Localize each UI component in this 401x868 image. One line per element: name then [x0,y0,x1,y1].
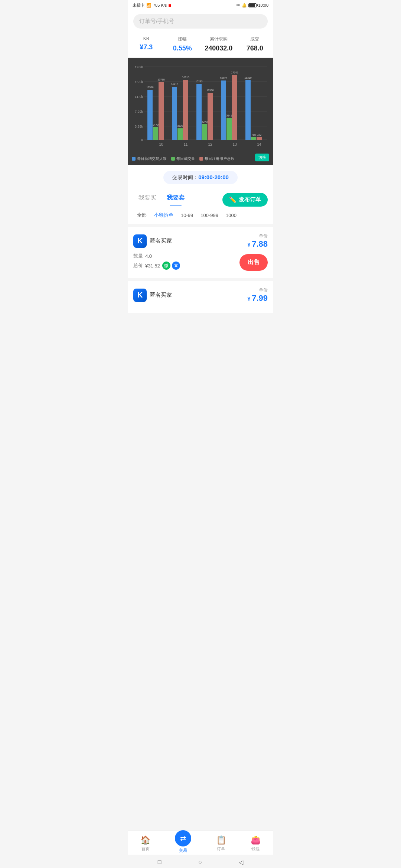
stat-kb-label: KB [128,36,164,41]
chart-legend: 每日新增交易人数 每日成交量 每日注册用户总数 [132,156,234,161]
order-user-2: K 匿名买家 [133,289,172,302]
svg-text:0: 0 [141,138,143,142]
legend-green-label: 每日成交量 [176,156,195,161]
tab-section: 我要买 我要卖 ✏️ 发布订单 [128,188,273,207]
status-bar: 未插卡 📶 785 K/s ■ 👁 🔔 10:00 [128,0,273,10]
filter-1000[interactable]: 1000 [222,211,240,220]
svg-rect-24 [196,84,202,140]
trading-time-box: 交易时间：09:00-20:00 [163,171,238,184]
publish-order-button[interactable]: ✏️ 发布订单 [222,193,268,207]
price-label-1: 单价 [247,233,268,239]
order-user-1: K 匿名买家 [133,234,172,248]
filter-small[interactable]: 小额拆单 [150,210,177,220]
search-input[interactable]: 订单号/手机号 [133,14,268,29]
svg-text:15.9k: 15.9k [135,80,143,84]
battery-icon [248,3,257,7]
stat-rise-label: 涨幅 [164,36,201,42]
price-value-2: ¥ 7.99 [247,293,268,303]
stat-demand: 累计求购 240032.0 [200,36,237,52]
svg-text:5941: 5941 [226,114,232,117]
user-name-2: 匿名买家 [150,292,172,299]
svg-text:13598: 13598 [146,86,154,89]
svg-text:4278: 4278 [202,121,208,123]
total-row-1: 总价 ¥31.52 微 支 [133,262,239,270]
filter-100-999[interactable]: 100-999 [197,211,222,220]
svg-rect-34 [232,75,237,140]
total-value-1: ¥31.52 [145,263,160,269]
svg-text:15798: 15798 [157,78,165,81]
user-name-1: 匿名买家 [150,237,172,244]
currency-1: ¥ [247,242,252,248]
time-text: 10:00 [258,3,268,7]
svg-rect-36 [245,80,251,140]
svg-text:13: 13 [232,142,237,147]
wechat-icon-1: 微 [162,262,170,270]
legend-green: 每日成交量 [171,156,195,161]
svg-rect-16 [159,82,164,140]
price-label-2: 单价 [247,287,268,293]
filter-10-99[interactable]: 10-99 [177,211,197,220]
quantity-value-1: 4.0 [145,253,152,259]
order-card-1: K 匿名买家 单价 ¥ 7.88 数量 4.0 总价 ¥31.52 微 支 出售 [128,227,273,278]
svg-text:16319: 16319 [244,76,252,79]
order-details-1: 数量 4.0 总价 ¥31.52 微 支 出售 [133,253,268,272]
sell-button-1[interactable]: 出售 [239,254,268,271]
svg-text:12930: 12930 [206,89,214,92]
svg-rect-26 [202,124,207,140]
svg-text:7.99k: 7.99k [135,110,143,114]
svg-text:3.99k: 3.99k [135,125,143,128]
quantity-row-1: 数量 4.0 [133,253,239,259]
order-info-1: 数量 4.0 总价 ¥31.52 微 支 [133,253,239,272]
svg-text:14: 14 [257,142,261,147]
svg-rect-22 [183,80,188,140]
svg-text:16316: 16316 [182,76,189,79]
order-card-2: K 匿名买家 单价 ¥ 7.99 [128,281,273,313]
status-right: 👁 🔔 10:00 [236,3,268,8]
currency-2: ¥ [247,296,252,302]
legend-red-dot [199,157,203,161]
stat-kb-value: ¥7.3 [128,43,164,51]
trading-time-prefix: 交易时间： [172,174,198,180]
switch-button[interactable]: 切换 [255,154,269,161]
trading-time-value: 09:00-20:00 [198,174,229,180]
stat-rise-value: 0.55% [164,45,201,52]
bell-icon: 🔔 [242,3,247,8]
svg-rect-20 [177,128,183,140]
svg-rect-14 [153,127,158,140]
filter-row: 全部 小额拆单 10-99 100-999 1000 [128,207,273,224]
tab-sell[interactable]: 我要卖 [162,194,190,206]
stat-rise: 涨幅 0.55% [164,36,201,52]
legend-red: 每日注册用户总数 [199,156,234,161]
eye-icon: 👁 [236,3,240,7]
payment-icons-1: 微 支 [162,262,180,270]
svg-rect-32 [226,118,232,140]
total-label-1: 总价 [133,262,143,269]
svg-text:768: 768 [251,134,256,136]
publish-icon: ✏️ [229,196,237,203]
stat-deal-value: 768.0 [237,45,273,52]
legend-green-dot [171,157,175,161]
k-logo-1: K [133,234,147,248]
stat-deal: 成交 768.0 [237,36,273,52]
legend-blue-label: 每日新增交易人数 [137,156,167,161]
publish-label: 发布订单 [239,196,261,203]
svg-text:14410: 14410 [171,83,178,86]
alipay-icon-1: 支 [172,262,180,270]
svg-text:17742: 17742 [231,71,238,74]
svg-text:722: 722 [257,134,261,136]
svg-text:15293: 15293 [195,80,203,83]
search-placeholder: 订单号/手机号 [139,18,174,24]
svg-rect-38 [251,137,256,140]
filter-all[interactable]: 全部 [133,210,150,220]
svg-rect-12 [147,90,153,140]
stat-deal-label: 成交 [237,36,273,42]
svg-text:16228: 16228 [220,77,227,79]
price-right-1: 单价 ¥ 7.88 [247,233,268,249]
svg-text:12: 12 [208,142,212,147]
svg-rect-30 [221,80,226,140]
svg-rect-18 [172,87,177,140]
order-header-1: K 匿名买家 单价 ¥ 7.88 [133,233,268,249]
chart-area: 19.9k 15.9k 11.9k 7.99k 3.99k 0 13598 34… [128,58,273,165]
tab-buy[interactable]: 我要买 [133,194,162,206]
signal-icon: 📶 [146,3,151,8]
